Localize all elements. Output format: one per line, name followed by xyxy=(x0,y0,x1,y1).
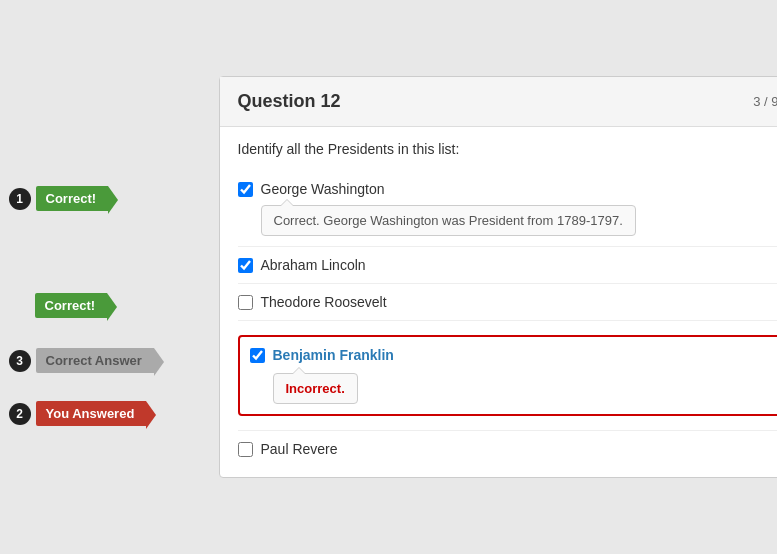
correct-label-1: Correct! xyxy=(36,186,109,211)
question-area: 1 Correct! Correct! 3 Correct Answer 2 Y… xyxy=(139,76,739,478)
answer-checkbox[interactable] xyxy=(250,348,265,363)
answer-row: Theodore Roosevelt xyxy=(238,294,778,310)
answer-checkbox[interactable] xyxy=(238,295,253,310)
side-label-3: 3 Correct Answer xyxy=(9,348,154,373)
list-item: Theodore Roosevelt xyxy=(238,283,778,320)
question-points: 3 / 9 pts xyxy=(753,94,777,109)
badge-1: 1 xyxy=(9,188,31,210)
side-label-4: 2 You Answered xyxy=(9,401,147,426)
badge-2: 2 xyxy=(9,403,31,425)
feedback-bubble: Correct. George Washington was President… xyxy=(261,205,636,236)
answer-list: George Washington Correct. George Washin… xyxy=(238,171,778,471)
answer-label: Benjamin Franklin xyxy=(273,347,394,363)
page-wrapper: 1 Correct! Correct! 3 Correct Answer 2 Y… xyxy=(0,0,777,554)
answer-label: Abraham Lincoln xyxy=(261,257,366,273)
answer-label: George Washington xyxy=(261,181,385,197)
answer-row: Paul Revere xyxy=(238,441,778,457)
incorrect-text: Incorrect. xyxy=(286,381,345,396)
answer-checkbox[interactable] xyxy=(238,182,253,197)
answer-checkbox[interactable] xyxy=(238,442,253,457)
you-answered-label: You Answered xyxy=(36,401,147,426)
list-item: Abraham Lincoln xyxy=(238,246,778,283)
answer-label: Theodore Roosevelt xyxy=(261,294,387,310)
question-title: Question 12 xyxy=(238,91,341,112)
answer-checkbox[interactable] xyxy=(238,258,253,273)
answer-row: Benjamin Franklin xyxy=(250,347,778,363)
list-item: Paul Revere xyxy=(238,430,778,471)
answer-row: Abraham Lincoln xyxy=(238,257,778,273)
feedback-bubble-incorrect: Incorrect. xyxy=(273,373,358,404)
correct-answer-label: Correct Answer xyxy=(36,348,154,373)
side-label-2: Correct! xyxy=(35,293,108,318)
answer-row: George Washington xyxy=(238,181,778,197)
correct-label-2: Correct! xyxy=(35,293,108,318)
list-item: Benjamin Franklin Incorrect. xyxy=(238,320,778,430)
incorrect-box: Benjamin Franklin Incorrect. xyxy=(238,335,778,416)
list-item: George Washington Correct. George Washin… xyxy=(238,171,778,246)
side-label-1: 1 Correct! xyxy=(9,186,109,211)
question-header: Question 12 3 / 9 pts xyxy=(220,77,778,127)
question-body: Identify all the Presidents in this list… xyxy=(220,127,778,477)
question-container: Question 12 3 / 9 pts Identify all the P… xyxy=(219,76,778,478)
answer-label: Paul Revere xyxy=(261,441,338,457)
badge-3: 3 xyxy=(9,350,31,372)
question-prompt: Identify all the Presidents in this list… xyxy=(238,141,778,157)
